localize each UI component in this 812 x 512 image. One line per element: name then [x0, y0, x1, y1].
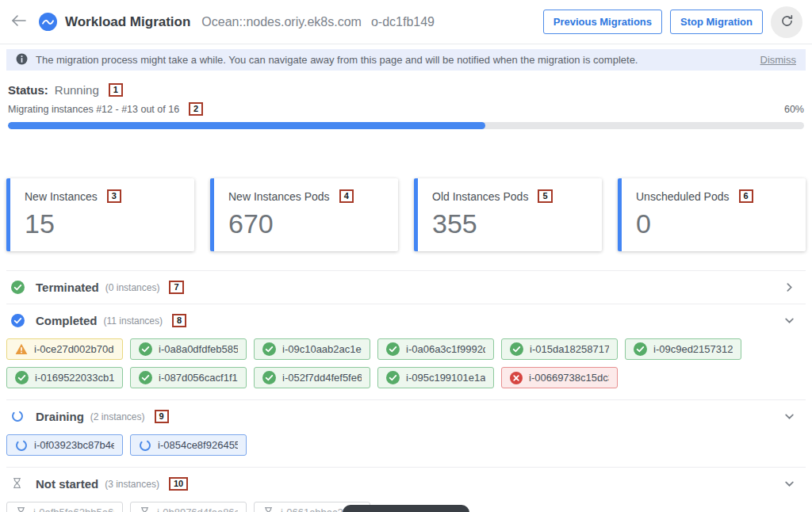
instance-chip: i-09c9ed21573120476: [625, 338, 741, 360]
chevron-icon[interactable]: [784, 282, 795, 292]
instance-chip: i-00669738c15dc3b83: [501, 367, 618, 388]
info-icon: [16, 53, 28, 67]
chevron-icon[interactable]: [784, 315, 795, 326]
header-actions: Previous Migrations Stop Migration: [543, 6, 802, 38]
breadcrumb: Ocean::nodes.oriy.ek8s.como-dc1fb149: [201, 15, 435, 29]
cut-off-toast: [343, 505, 469, 512]
annotation-mark-3: 3: [107, 189, 121, 203]
instance-id: i-09c10aab2ac1edf92: [282, 343, 362, 355]
instance-chip: i-0ce27d002b70dbac4: [6, 338, 123, 360]
card-value: 355: [432, 208, 588, 239]
instance-section: Terminated (0 instances) 7: [6, 270, 806, 304]
instance-chip: i-015da18258717dab2: [501, 338, 618, 360]
check-circle-green-icon: [262, 371, 276, 384]
dismiss-link[interactable]: Dismiss: [760, 54, 797, 66]
check-circle-green-icon: [386, 342, 400, 356]
status-value: Running: [55, 83, 99, 97]
spinner-icon: [15, 439, 28, 452]
section-header[interactable]: Terminated (0 instances) 7: [6, 271, 806, 304]
hourglass-icon: [15, 506, 27, 512]
instance-chip: i-0a8a0dfdfeb58531b: [130, 338, 247, 360]
error-circle-icon: [510, 372, 523, 384]
section-title: Draining: [36, 410, 84, 423]
spinner-icon: [11, 410, 25, 423]
check-circle-blue-icon: [11, 314, 25, 327]
banner-text: The migration process might take a while…: [36, 54, 638, 66]
info-banner: The migration process might take a while…: [6, 49, 806, 71]
instance-sections: Terminated (0 instances) 7 Completed (11…: [6, 270, 806, 512]
instance-section: Draining (2 instances) 9 i-0f03923bc87b4…: [6, 399, 806, 467]
card-label-row: New Instances Pods 4: [228, 189, 384, 203]
card-value: 0: [636, 208, 791, 239]
check-circle-green-icon: [262, 342, 276, 356]
instance-id: i-0a8a0dfdfeb58531b: [159, 343, 238, 355]
instance-chip-list: i-0ce27d002b70dbac4i-0a8a0dfdfeb58531bi-…: [6, 337, 806, 399]
card-value: 670: [228, 208, 384, 239]
check-circle-green-icon: [634, 342, 647, 356]
section-count: (2 instances): [90, 411, 145, 422]
instance-id: i-0a06a3c1f9992d728: [406, 343, 485, 355]
cluster-name: Ocean::nodes.oriy.ek8s.com: [201, 15, 362, 29]
warning-triangle-icon: [15, 343, 28, 355]
annotation-mark-9: 9: [155, 410, 169, 423]
instance-chip: i-0f03923bc87b4e838: [6, 434, 123, 456]
annotation-mark-5: 5: [538, 189, 552, 203]
section-title: Terminated: [36, 281, 99, 294]
instance-id: i-087d056cacf1f1d93: [159, 372, 238, 384]
hourglass-icon: [11, 477, 25, 491]
stop-migration-button[interactable]: Stop Migration: [670, 10, 763, 34]
card-label: New Instances: [25, 190, 98, 203]
refresh-icon: [780, 14, 794, 30]
section-count: (11 instances): [104, 315, 163, 327]
summary-card: Old Instances Pods 5 355: [414, 178, 602, 251]
chevron-icon[interactable]: [784, 411, 795, 422]
check-circle-green-icon: [139, 371, 152, 384]
instance-chip: i-095c199101e1a8d76: [377, 367, 494, 388]
check-circle-green-icon: [11, 281, 25, 294]
card-label-row: Unscheduled Pods 6: [636, 189, 791, 203]
annotation-mark-8: 8: [172, 314, 186, 327]
summary-card: New Instances 3 15: [6, 178, 194, 251]
check-circle-green-icon: [510, 342, 523, 356]
section-header[interactable]: Completed (11 instances) 8: [6, 304, 806, 337]
refresh-button[interactable]: [771, 6, 802, 38]
spinner-icon: [139, 439, 151, 452]
instance-chip: i-0afb5fa62bb5a690c: [6, 502, 123, 512]
instance-id: i-052f7dd4fef5fe689: [282, 372, 362, 384]
annotation-mark-6: 6: [739, 189, 753, 203]
status-block: Status: Running 1 Migrating instances #1…: [0, 71, 812, 129]
instance-id: i-0f03923bc87b4e838: [34, 439, 114, 451]
instance-id: i-015da18258717dab2: [530, 343, 609, 355]
chevron-icon[interactable]: [784, 479, 795, 489]
section-header[interactable]: Not started (3 instances) 10: [6, 468, 806, 500]
instance-chip-list: i-0f03923bc87b4e838i-0854ce8f926455a81: [6, 433, 806, 467]
check-circle-green-icon: [15, 371, 29, 384]
page-header: Workload Migration Ocean::nodes.oriy.ek8…: [0, 0, 812, 44]
back-button[interactable]: [11, 14, 26, 29]
progress-percent-label: 60%: [784, 104, 804, 115]
instance-id: i-0afb5fa62bb5a690c: [33, 506, 114, 512]
section-count: (3 instances): [105, 479, 159, 490]
annotation-mark-10: 10: [169, 477, 188, 491]
card-label-row: Old Instances Pods 5: [432, 189, 588, 203]
section-header[interactable]: Draining (2 instances) 9: [6, 400, 806, 433]
annotation-mark-2: 2: [189, 102, 203, 116]
check-circle-green-icon: [386, 371, 400, 384]
instance-id: i-0854ce8f926455a81: [158, 439, 238, 451]
previous-migrations-button[interactable]: Previous Migrations: [543, 10, 662, 34]
progress-fill: [8, 122, 485, 129]
instance-chip: i-087d056cacf1f1d93: [130, 367, 247, 388]
section-title: Completed: [36, 314, 98, 327]
card-label: Unscheduled Pods: [636, 190, 730, 203]
card-value: 15: [25, 208, 180, 239]
instance-chip: i-0a06a3c1f9992d728: [377, 338, 494, 360]
card-label: Old Instances Pods: [432, 190, 528, 203]
annotation-mark-4: 4: [339, 189, 354, 203]
summary-card: New Instances Pods 4 670: [210, 178, 398, 251]
section-title: Not started: [36, 477, 98, 491]
instance-chip: i-0854ce8f926455a81: [130, 434, 247, 456]
instance-chip: i-052f7dd4fef5fe689: [254, 367, 370, 388]
instance-chip: i-09c10aab2ac1edf92: [254, 338, 370, 360]
instance-chip: i-0169522033cb1da02: [6, 367, 123, 388]
card-label-row: New Instances 3: [25, 189, 180, 203]
